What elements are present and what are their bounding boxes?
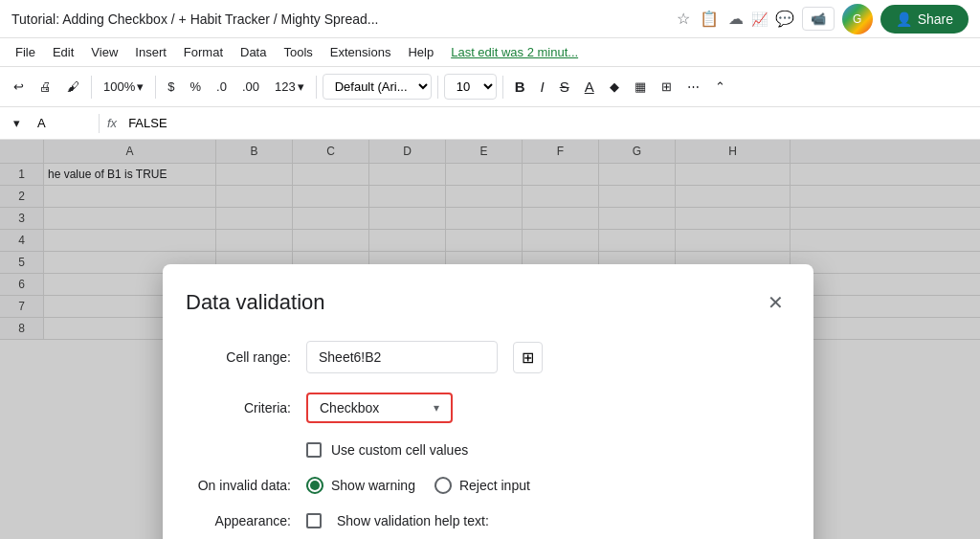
cell-range-row: Cell range: ⊞ <box>186 341 791 373</box>
collapse-button[interactable]: ⌃ <box>709 76 731 98</box>
fill-color-button[interactable]: ◆ <box>604 76 625 98</box>
menu-edit[interactable]: Edit <box>45 41 81 63</box>
trend-icon[interactable]: 📈 <box>751 11 768 27</box>
menu-data[interactable]: Data <box>233 41 274 63</box>
paint-format-button[interactable]: 🖌 <box>61 76 85 98</box>
invalid-data-label: On invalid data: <box>186 478 291 493</box>
menu-format[interactable]: Format <box>176 41 231 63</box>
close-button[interactable]: ✕ <box>760 287 791 318</box>
toolbar-divider-3 <box>316 76 317 99</box>
page-title: Tutorial: Adding Checkbox / + Habit Trac… <box>11 11 669 27</box>
title-bar: Tutorial: Adding Checkbox / + Habit Trac… <box>0 0 980 38</box>
undo-button[interactable]: ↩ <box>8 76 30 98</box>
reject-input-radio[interactable] <box>434 477 452 494</box>
toolbar: ↩ 🖨 🖌 100% ▾ $ % .0 .00 123 ▾ Default (A… <box>0 67 980 107</box>
meet-icon: 📹 <box>811 11 826 26</box>
formula-input[interactable] <box>124 112 972 134</box>
dialog-title: Data validation <box>186 290 325 315</box>
format123-button[interactable]: 123 ▾ <box>269 76 310 98</box>
history-icon[interactable]: 📋 <box>700 10 719 28</box>
menu-insert[interactable]: Insert <box>127 41 174 63</box>
avatar[interactable]: G <box>842 4 873 34</box>
font-size-select[interactable]: 10 <box>444 74 497 100</box>
show-warning-radio[interactable] <box>306 477 323 494</box>
appearance-label: Appearance: <box>186 513 291 528</box>
title-icons: ☆ 📋 ☁ <box>677 10 744 28</box>
text-color-button[interactable]: A <box>579 75 600 99</box>
reject-input-label: Reject input <box>459 478 530 493</box>
strikethrough-button[interactable]: S <box>554 75 575 99</box>
cell-range-input[interactable] <box>306 341 498 373</box>
fx-label: fx <box>107 116 117 130</box>
dialog-header: Data validation ✕ <box>186 287 791 318</box>
criteria-row: Criteria: Checkbox List of items Number … <box>186 393 791 423</box>
invalid-data-row: On invalid data: Show warning Reject inp… <box>186 477 791 494</box>
merge-button[interactable]: ⊞ <box>656 76 678 98</box>
decimal1-button[interactable]: .0 <box>211 76 233 98</box>
spreadsheet: A B C D E F G H 1 he value of B1 is TRUE… <box>0 140 980 539</box>
criteria-label: Criteria: <box>186 400 291 415</box>
cloud-icon[interactable]: ☁ <box>728 10 744 28</box>
formula-divider <box>99 114 100 133</box>
cell-range-label: Cell range: <box>186 349 291 365</box>
menu-tools[interactable]: Tools <box>276 41 320 63</box>
borders-button[interactable]: ▦ <box>629 76 652 98</box>
share-icon: 👤 <box>896 11 912 27</box>
toolbar-divider-4 <box>437 76 438 99</box>
formula-expand-button[interactable]: ▾ <box>8 112 26 134</box>
toolbar-divider-2 <box>155 76 156 99</box>
more-button[interactable]: ⋯ <box>681 76 705 98</box>
use-custom-values-checkbox[interactable] <box>306 442 322 458</box>
share-button[interactable]: 👤 Share <box>880 5 969 34</box>
percent-button[interactable]: % <box>184 76 207 98</box>
zoom-button[interactable]: 100% ▾ <box>98 76 149 98</box>
show-warning-label: Show warning <box>331 478 415 493</box>
menu-help[interactable]: Help <box>400 41 441 63</box>
show-warning-option[interactable]: Show warning <box>306 477 415 494</box>
menu-extensions[interactable]: Extensions <box>323 41 399 63</box>
cell-ref-input[interactable] <box>33 112 91 134</box>
appearance-row: Appearance: Show validation help text: <box>186 513 791 528</box>
menu-view[interactable]: View <box>83 41 125 63</box>
print-button[interactable]: 🖨 <box>33 76 57 98</box>
reject-input-option[interactable]: Reject input <box>434 477 530 494</box>
data-validation-dialog: Data validation ✕ Cell range: ⊞ Criteria… <box>163 264 813 539</box>
validation-help-checkbox[interactable] <box>306 513 322 528</box>
custom-checkbox-row: Use custom cell values <box>186 442 791 458</box>
use-custom-values-label: Use custom cell values <box>331 442 468 458</box>
formula-bar: ▾ fx <box>0 107 980 140</box>
toolbar-divider-5 <box>502 76 503 99</box>
toolbar-divider-1 <box>91 76 92 99</box>
criteria-highlight: Checkbox List of items Number Text Date … <box>306 393 453 423</box>
font-family-select[interactable]: Default (Ari... <box>323 74 432 100</box>
menu-bar: File Edit View Insert Format Data Tools … <box>0 38 980 67</box>
meet-button[interactable]: 📹 <box>802 7 835 31</box>
bold-button[interactable]: B <box>509 75 531 99</box>
currency-button[interactable]: $ <box>162 76 180 98</box>
grid-select-button[interactable]: ⊞ <box>513 342 543 373</box>
last-edit-link[interactable]: Last edit was 2 minut... <box>451 45 578 59</box>
menu-file[interactable]: File <box>8 41 43 63</box>
comment-icon[interactable]: 💬 <box>775 10 794 28</box>
star-icon[interactable]: ☆ <box>677 10 690 28</box>
grid-icon: ⊞ <box>522 349 534 366</box>
validation-help-label: Show validation help text: <box>337 513 489 528</box>
decimal2-button[interactable]: .00 <box>236 76 265 98</box>
radio-group: Show warning Reject input <box>306 477 530 494</box>
chevron-down-icon: ▾ <box>434 401 439 415</box>
criteria-select[interactable]: Checkbox List of items Number Text Date … <box>320 400 434 415</box>
italic-button[interactable]: I <box>535 75 550 99</box>
